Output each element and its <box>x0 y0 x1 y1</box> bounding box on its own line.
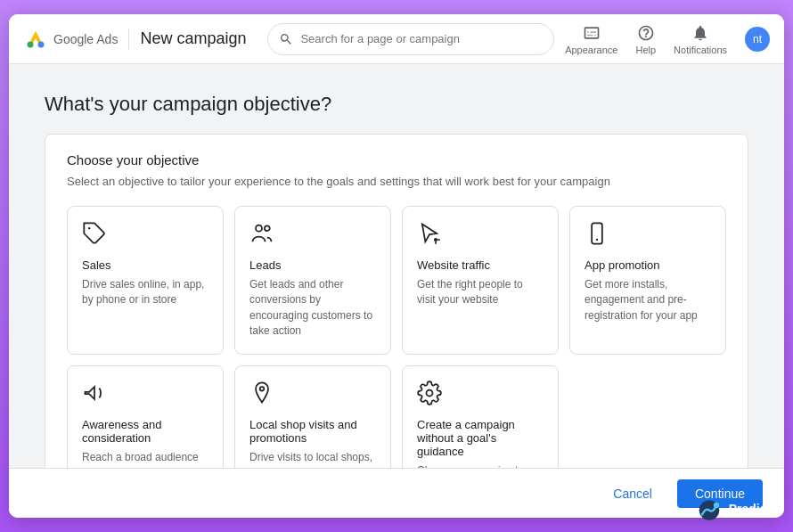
google-ads-logo-icon <box>23 27 48 52</box>
card-subtitle: Select an objective to tailor your exper… <box>67 175 726 188</box>
notifications-label: Notifications <box>674 45 727 55</box>
predis-logo-icon <box>695 495 724 523</box>
appearance-action[interactable]: Appearance <box>565 23 617 55</box>
gear-icon <box>417 381 446 409</box>
svg-point-11 <box>260 387 265 391</box>
svg-point-1 <box>28 41 34 47</box>
mobile-icon <box>585 221 613 250</box>
cancel-button[interactable]: Cancel <box>599 479 666 508</box>
predis-label: Predis.ai <box>729 502 781 516</box>
objective-website-traffic[interactable]: Website traffic Get the right people to … <box>402 206 559 355</box>
main-content: What's your campaign objective? Choose y… <box>9 64 784 468</box>
google-ads-logo: Google Ads <box>23 27 118 52</box>
help-label: Help <box>635 45 656 55</box>
help-action[interactable]: Help <box>635 23 656 55</box>
megaphone-icon <box>82 381 110 409</box>
objective-app-promotion[interactable]: App promotion Get more installs, engagem… <box>569 206 726 355</box>
avatar[interactable]: nt <box>745 27 770 52</box>
header: Google Ads New campaign Appearance Help <box>9 14 784 64</box>
bell-icon <box>691 23 710 43</box>
main-window: Google Ads New campaign Appearance Help <box>9 14 784 518</box>
app-promotion-title: App promotion <box>585 258 711 272</box>
local-shop-desc: Drive visits to local shops, including r… <box>249 450 376 468</box>
website-traffic-title: Website traffic <box>417 258 544 272</box>
svg-point-2 <box>38 41 45 47</box>
svg-point-12 <box>427 389 433 396</box>
objective-no-goal[interactable]: Create a campaign without a goal's guida… <box>402 365 559 468</box>
appearance-label: Appearance <box>565 45 617 55</box>
svg-point-6 <box>435 239 437 241</box>
awareness-title: Awareness and consideration <box>82 418 208 445</box>
objectives-card: Choose your objective Select an objectiv… <box>45 134 748 468</box>
tag-icon <box>82 221 110 250</box>
header-divider <box>128 29 129 50</box>
no-goal-title: Create a campaign without a goal's guida… <box>417 418 544 458</box>
sales-desc: Drive sales online, in app, by phone or … <box>82 277 208 308</box>
sales-title: Sales <box>82 258 208 272</box>
avatar-initials: nt <box>753 33 762 45</box>
search-bar[interactable] <box>267 23 554 55</box>
page-title-header: New campaign <box>140 29 246 48</box>
objective-sales[interactable]: Sales Drive sales online, in app, by pho… <box>67 206 224 355</box>
app-promotion-desc: Get more installs, engagement and pre-re… <box>585 277 711 323</box>
search-icon <box>279 32 293 46</box>
predis-watermark: Predis.ai <box>695 495 781 523</box>
awareness-desc: Reach a broad audience and build interes… <box>82 450 208 468</box>
local-shop-title: Local shop visits and promotions <box>249 418 376 445</box>
cursor-icon <box>417 221 446 250</box>
page-heading: What's your campaign objective? <box>45 93 748 116</box>
appearance-icon <box>582 23 601 43</box>
search-input[interactable] <box>300 32 543 45</box>
notifications-action[interactable]: Notifications <box>674 23 727 55</box>
leads-desc: Get leads and other conversions by encou… <box>249 277 376 340</box>
leads-title: Leads <box>249 258 376 272</box>
website-traffic-desc: Get the right people to visit your websi… <box>417 277 544 308</box>
people-icon <box>249 221 278 250</box>
svg-point-4 <box>256 225 262 232</box>
svg-point-15 <box>713 503 718 508</box>
card-heading: Choose your objective <box>67 152 726 168</box>
svg-point-5 <box>265 225 270 231</box>
objective-awareness[interactable]: Awareness and consideration Reach a broa… <box>67 365 224 468</box>
pin-icon <box>249 381 278 409</box>
objectives-grid: Sales Drive sales online, in app, by pho… <box>67 206 726 468</box>
app-name: Google Ads <box>53 32 118 46</box>
objective-leads[interactable]: Leads Get leads and other conversions by… <box>234 206 391 355</box>
footer: Cancel Continue <box>9 468 784 518</box>
help-icon <box>636 23 656 43</box>
header-actions: Appearance Help Notifications nt <box>565 23 770 55</box>
objective-local-shop[interactable]: Local shop visits and promotions Drive v… <box>234 365 391 468</box>
